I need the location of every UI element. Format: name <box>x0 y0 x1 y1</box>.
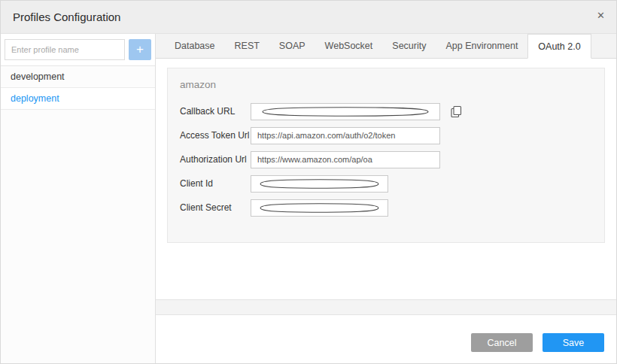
callback-url-input[interactable] <box>251 103 440 120</box>
form-row-access-token-url: Access Token Url <box>180 126 592 144</box>
form-row-client-secret: Client Secret <box>180 199 592 217</box>
footer-strip <box>156 299 616 315</box>
profile-name-input[interactable] <box>5 39 125 60</box>
form-row-callback-url: Callback URL <box>180 102 592 120</box>
tab-oauth-2-0[interactable]: OAuth 2.0 <box>527 34 591 59</box>
tab-soap[interactable]: SOAP <box>269 34 315 58</box>
field-label: Client Id <box>180 178 251 189</box>
tab-app-environment[interactable]: App Environment <box>436 34 527 58</box>
action-buttons: Cancel Save <box>471 333 604 352</box>
tab-database[interactable]: Database <box>165 34 225 58</box>
profiles-sidebar: + development deployment <box>1 34 156 363</box>
profile-item-development[interactable]: development <box>1 66 155 88</box>
field-label: Access Token Url <box>180 130 251 141</box>
client-id-input[interactable] <box>251 175 388 193</box>
field-label: Callback URL <box>180 106 251 117</box>
tab-bar: Database REST SOAP WebSocket Security Ap… <box>156 34 616 59</box>
dialog-title: Profiles Configuration <box>13 11 120 23</box>
profiles-configuration-dialog: Profiles Configuration ✕ + development d… <box>0 0 617 364</box>
main-content: Database REST SOAP WebSocket Security Ap… <box>156 34 616 363</box>
tab-websocket[interactable]: WebSocket <box>315 34 383 58</box>
dialog-header: Profiles Configuration ✕ <box>1 1 616 34</box>
tab-rest[interactable]: REST <box>225 34 269 58</box>
form-row-authorization-url: Authorization Url <box>180 150 592 168</box>
field-label: Client Secret <box>180 202 251 213</box>
profile-item-deployment[interactable]: deployment <box>1 88 155 110</box>
copy-icon[interactable] <box>450 105 462 118</box>
redacted-scribble <box>255 202 384 214</box>
cancel-button[interactable]: Cancel <box>471 333 533 352</box>
redacted-scribble <box>255 178 384 190</box>
add-profile-button[interactable]: + <box>129 39 151 60</box>
client-secret-input[interactable] <box>251 199 388 217</box>
tab-security[interactable]: Security <box>382 34 436 58</box>
field-label: Authorization Url <box>180 154 251 165</box>
access-token-url-input[interactable] <box>251 127 440 144</box>
form-row-client-id: Client Id <box>180 174 592 193</box>
authorization-url-input[interactable] <box>251 151 440 168</box>
close-icon[interactable]: ✕ <box>597 11 605 20</box>
oauth-panel: amazon Callback URL Access T <box>167 68 605 243</box>
provider-name: amazon <box>180 79 592 90</box>
save-button[interactable]: Save <box>543 333 604 352</box>
redacted-scribble <box>255 106 436 117</box>
profile-add-row: + <box>1 34 155 66</box>
